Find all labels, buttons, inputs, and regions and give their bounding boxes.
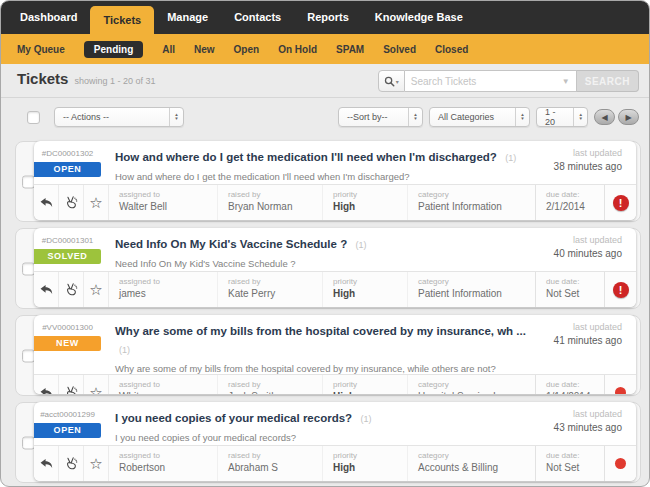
page-title-text: Tickets — [17, 70, 68, 87]
category-cell: category Hospital Service Improvement — [407, 375, 535, 394]
filter-closed[interactable]: Closed — [435, 44, 468, 55]
nav-tab-knowledge-base[interactable]: Knowledge Base — [362, 1, 476, 34]
reply-button[interactable] — [34, 185, 59, 220]
ticket-reply-count: (1) — [361, 414, 372, 424]
assigned-to-value: White — [119, 391, 217, 394]
prev-page-button[interactable]: ◀ — [594, 109, 615, 125]
ticket-card[interactable]: #DC00001302 OPEN How and where do I get … — [34, 141, 636, 220]
filter-solved[interactable]: Solved — [383, 44, 416, 55]
nav-tab-contacts[interactable]: Contacts — [221, 1, 294, 34]
ticket-reply-count: (1) — [356, 240, 367, 250]
reply-button[interactable] — [34, 272, 59, 307]
ticket-card[interactable]: #acct00001299 OPEN I you need copies of … — [34, 402, 636, 481]
star-button[interactable]: ☆ — [84, 185, 109, 220]
page-header: Tickets showing 1 - 20 of 31 ▾ ▼ SEARCH — [1, 64, 649, 98]
select-all-checkbox[interactable] — [27, 111, 40, 124]
alert-icon[interactable] — [615, 387, 626, 394]
search-icon — [384, 76, 395, 87]
page-range-select[interactable]: 1 - 20 ▲▼ — [536, 107, 588, 127]
hand-icon — [64, 195, 79, 210]
reply-button[interactable] — [34, 446, 59, 481]
ticket-title-column: Need Info On My Kid's Vaccine Schedule ?… — [101, 228, 528, 271]
category-value: Hospital Service Improvement — [418, 391, 535, 394]
assign-button[interactable] — [59, 185, 84, 220]
stepper-icon: ▲▼ — [573, 108, 587, 126]
reply-button[interactable] — [34, 375, 59, 394]
assigned-to-label: assigned to — [119, 380, 217, 389]
reply-icon — [39, 387, 54, 394]
ticket-title[interactable]: Why are some of my bills from the hospit… — [115, 325, 526, 337]
due-date-label: due date: — [546, 277, 604, 286]
ticket-card[interactable]: #DC00001301 SOLVED Need Info On My Kid's… — [34, 228, 636, 307]
next-page-button[interactable]: ▶ — [618, 109, 639, 125]
reply-icon — [39, 197, 54, 208]
filter-pending[interactable]: Pending — [84, 41, 143, 58]
alert-cell — [604, 446, 636, 481]
category-label: category — [418, 380, 535, 389]
ticket-reply-count: (1) — [505, 153, 516, 163]
raised-by-cell: raised by Bryan Norman — [217, 185, 322, 220]
ticket-title[interactable]: Need Info On My Kid's Vaccine Schedule ? — [115, 238, 347, 250]
actions-select-value: -- Actions -- — [63, 112, 109, 122]
raised-by-cell: raised by Kate Perry — [217, 272, 322, 307]
ticket-reply-count: (1) — [119, 345, 130, 355]
category-label: category — [418, 277, 535, 286]
page-title: Tickets showing 1 - 20 of 31 — [17, 70, 156, 87]
alert-icon[interactable]: ! — [613, 195, 629, 211]
search-input[interactable] — [411, 76, 562, 87]
priority-value: High — [333, 462, 407, 473]
prev-arrow-icon: ◀ — [601, 113, 607, 122]
filter-all[interactable]: All — [162, 44, 175, 55]
showing-count: showing 1 - 20 of 31 — [74, 76, 155, 86]
assigned-to-label: assigned to — [119, 451, 217, 460]
nav-tab-tickets[interactable]: Tickets — [90, 6, 154, 34]
due-date-label: due date: — [546, 380, 604, 389]
ticket-title[interactable]: I you need copies of your medical record… — [115, 412, 352, 424]
categories-select[interactable]: All Categories ▲▼ — [429, 107, 530, 127]
assign-button[interactable] — [59, 446, 84, 481]
ticket-id: #DC00001301 — [34, 236, 101, 245]
nav-tab-dashboard[interactable]: Dashboard — [7, 1, 90, 34]
search-scope-button[interactable]: ▾ — [378, 70, 405, 92]
filter-new[interactable]: New — [194, 44, 215, 55]
status-badge: OPEN — [34, 423, 101, 438]
alert-icon[interactable] — [615, 458, 626, 469]
ticket-title-column: I you need copies of your medical record… — [101, 402, 528, 445]
assign-button[interactable] — [59, 272, 84, 307]
priority-label: priority — [333, 277, 407, 286]
filter-my-queue[interactable]: My Queue — [17, 44, 65, 55]
ticket-id: #acct00001299 — [34, 410, 101, 419]
star-button[interactable]: ☆ — [84, 272, 109, 307]
nav-tab-manage[interactable]: Manage — [154, 1, 221, 34]
search-button[interactable]: SEARCH — [577, 70, 639, 92]
due-date-cell: due date: Not Set — [535, 446, 604, 481]
filter-sub-nav: My Queue Pending All New Open On Hold SP… — [1, 34, 649, 64]
ticket-card[interactable]: #VV00001300 NEW Why are some of my bills… — [34, 315, 636, 394]
category-label: category — [418, 190, 535, 199]
star-button[interactable]: ☆ — [84, 446, 109, 481]
raised-by-label: raised by — [228, 190, 322, 199]
last-updated-label: last updated — [528, 235, 622, 245]
top-nav: Dashboard Tickets Manage Contacts Report… — [1, 1, 649, 34]
category-cell: category Accounts & Billing — [407, 446, 535, 481]
ticket-id: #DC00001302 — [34, 149, 101, 158]
alert-icon[interactable]: ! — [613, 282, 629, 298]
next-arrow-icon: ▶ — [625, 113, 631, 122]
nav-tab-reports[interactable]: Reports — [294, 1, 362, 34]
actions-select[interactable]: -- Actions -- ▲▼ — [54, 107, 184, 127]
ticket-card-top: #DC00001302 OPEN How and where do I get … — [34, 141, 636, 184]
filter-on-hold[interactable]: On Hold — [278, 44, 317, 55]
filter-open[interactable]: Open — [234, 44, 260, 55]
priority-cell: priority High — [322, 185, 407, 220]
ticket-title[interactable]: How and where do I get the medication I'… — [115, 151, 497, 163]
assign-button[interactable] — [59, 375, 84, 394]
star-button[interactable]: ☆ — [84, 375, 109, 394]
sort-by-select[interactable]: --Sort by-- ▲▼ — [338, 107, 423, 127]
category-value: Patient Information — [418, 201, 535, 212]
search-filter-caret-icon[interactable]: ▼ — [562, 77, 570, 86]
filter-spam[interactable]: SPAM — [336, 44, 364, 55]
ticket-badge-column: #DC00001302 OPEN — [34, 141, 101, 184]
ticket-updated-column: last updated 40 minutes ago — [528, 228, 636, 271]
ticket-updated-column: last updated 38 minutes ago — [528, 141, 636, 184]
ticket-subtitle: How and where do I get the medication I'… — [115, 171, 520, 182]
